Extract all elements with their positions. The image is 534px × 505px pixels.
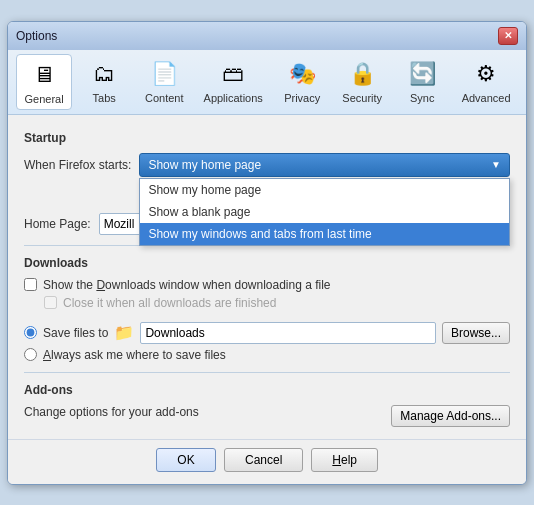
startup-section-label: Startup [24, 131, 510, 145]
always-ask-radio[interactable] [24, 348, 37, 361]
tab-content-label: Content [145, 92, 184, 104]
tab-applications[interactable]: 🗃 Applications [196, 54, 270, 110]
close-downloads-row: Close it when all downloads are finished [44, 296, 510, 310]
when-firefox-starts-label: When Firefox starts: [24, 158, 131, 172]
dropdown-arrow-icon: ▼ [491, 159, 501, 170]
always-ask-label: Always ask me where to save files [43, 348, 226, 362]
tab-bar: 🖥 General 🗂 Tabs 📄 Content 🗃 Application… [8, 50, 526, 115]
applications-icon: 🗃 [217, 58, 249, 90]
startup-dropdown[interactable]: Show my home page ▼ [139, 153, 510, 177]
dropdown-option-home[interactable]: Show my home page [140, 179, 509, 201]
footer: OK Cancel Help [8, 439, 526, 484]
save-files-label: Save files to [43, 326, 108, 340]
startup-dropdown-menu: Show my home page Show a blank page Show… [139, 178, 510, 246]
tab-advanced[interactable]: ⚙ Advanced [454, 54, 518, 110]
help-button[interactable]: Help [311, 448, 378, 472]
tab-content[interactable]: 📄 Content [136, 54, 192, 110]
home-page-label: Home Page: [24, 217, 91, 231]
startup-row: When Firefox starts: Show my home page ▼… [24, 153, 510, 177]
show-downloads-row: Show the Downloads window when downloadi… [24, 278, 510, 292]
addons-section-label: Add-ons [24, 383, 510, 397]
privacy-icon: 🎭 [286, 58, 318, 90]
separator-2 [24, 372, 510, 373]
tab-advanced-label: Advanced [462, 92, 511, 104]
content-icon: 📄 [148, 58, 180, 90]
close-downloads-checkbox[interactable] [44, 296, 57, 309]
show-downloads-checkbox[interactable] [24, 278, 37, 291]
cancel-button[interactable]: Cancel [224, 448, 303, 472]
browse-button[interactable]: Browse... [442, 322, 510, 344]
tab-applications-label: Applications [204, 92, 263, 104]
tab-security-label: Security [342, 92, 382, 104]
save-path-input[interactable] [140, 322, 436, 344]
dropdown-selected-text: Show my home page [148, 158, 261, 172]
window-title: Options [16, 29, 57, 43]
tab-sync-label: Sync [410, 92, 434, 104]
sync-icon: 🔄 [406, 58, 438, 90]
show-downloads-label: Show the Downloads window when downloadi… [43, 278, 331, 292]
addons-description: Change options for your add-ons [24, 405, 199, 419]
main-content: Startup When Firefox starts: Show my hom… [8, 115, 526, 439]
tab-security[interactable]: 🔒 Security [334, 54, 390, 110]
folder-icon: 📁 [114, 323, 134, 342]
security-icon: 🔒 [346, 58, 378, 90]
tab-general[interactable]: 🖥 General [16, 54, 72, 110]
ok-button[interactable]: OK [156, 448, 216, 472]
general-icon: 🖥 [28, 59, 60, 91]
tabs-icon: 🗂 [88, 58, 120, 90]
dropdown-option-last[interactable]: Show my windows and tabs from last time [140, 223, 509, 245]
always-ask-row: Always ask me where to save files [24, 348, 510, 362]
tab-sync[interactable]: 🔄 Sync [394, 54, 450, 110]
close-downloads-label: Close it when all downloads are finished [63, 296, 276, 310]
dropdown-option-blank[interactable]: Show a blank page [140, 201, 509, 223]
title-bar: Options ✕ [8, 22, 526, 50]
startup-dropdown-wrapper: Show my home page ▼ Show my home page Sh… [139, 153, 510, 177]
tab-privacy[interactable]: 🎭 Privacy [274, 54, 330, 110]
manage-addons-button[interactable]: Manage Add-ons... [391, 405, 510, 427]
advanced-icon: ⚙ [470, 58, 502, 90]
tab-tabs-label: Tabs [93, 92, 116, 104]
downloads-section-label: Downloads [24, 256, 510, 270]
save-files-row: Save files to 📁 Browse... [24, 322, 510, 344]
save-files-radio[interactable] [24, 326, 37, 339]
close-button[interactable]: ✕ [498, 27, 518, 45]
tab-privacy-label: Privacy [284, 92, 320, 104]
options-window: Options ✕ 🖥 General 🗂 Tabs 📄 Content 🗃 A… [7, 21, 527, 485]
tab-tabs[interactable]: 🗂 Tabs [76, 54, 132, 110]
tab-general-label: General [25, 93, 64, 105]
